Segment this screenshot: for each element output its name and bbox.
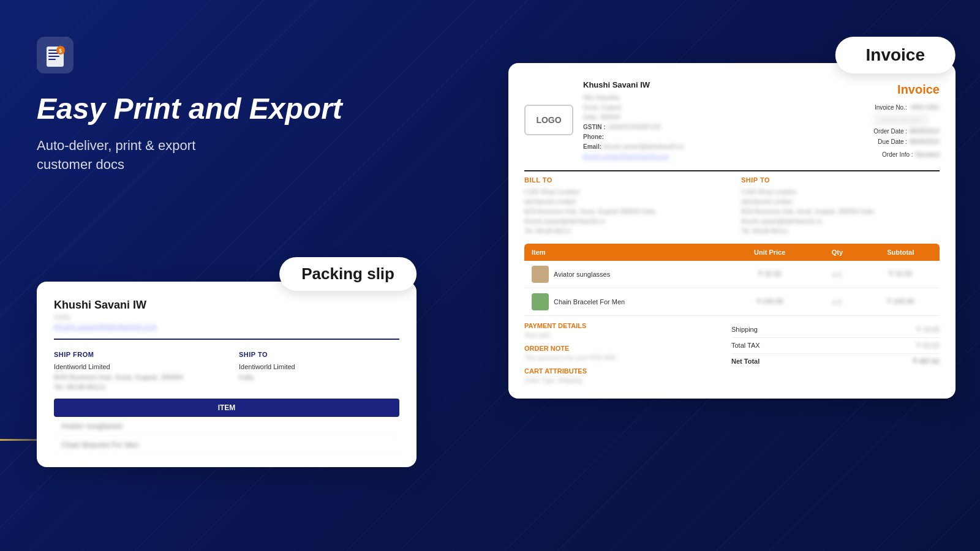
order-note-label: ORDER NOTE: [524, 345, 719, 352]
invoice-logo: LOGO: [524, 105, 573, 135]
item-2-thumb: [532, 293, 549, 310]
invoice-ship-to: SHIP TO C100 Shop Location Identiworld L…: [741, 176, 940, 236]
ps-divider-1: [54, 339, 399, 340]
order-note-value: This account is for your POS 40%: [524, 354, 719, 362]
invoice-header: LOGO Khushi Savani IW Nitu Vasudha Surat…: [524, 79, 940, 162]
ps-country: India: [54, 313, 399, 321]
ps-company-name: Khushi Savani IW: [54, 299, 399, 312]
invoice-totals: Shipping ₹ 19.00 Total TAX ₹ 93.62 Net T…: [731, 322, 940, 385]
invoice-items-table: Item Unit Price Qty Subtotal Aviator sun…: [524, 244, 940, 316]
col-item: Item: [524, 244, 726, 261]
total-tax-label: Total TAX: [731, 342, 760, 350]
net-total-row: Net Total ₹ 487.62: [731, 354, 940, 369]
total-tax-value: ₹ 93.62: [916, 342, 940, 350]
invoice-bill-ship: BILL TO C100 Shop Location Identiworld L…: [524, 176, 940, 236]
ps-ship-to-col: SHIP TO Identiworld Limited India: [239, 345, 399, 392]
shipping-label: Shipping: [731, 326, 758, 334]
invoice-company-name: Khushi Savani IW: [583, 79, 684, 92]
svg-rect-4: [48, 59, 56, 60]
col-subtotal: Subtotal: [862, 244, 940, 261]
net-total-label: Net Total: [731, 358, 760, 365]
invoice-bill-addr: C100 Shop Location Identiworld Limited B…: [524, 187, 723, 236]
invoice-meta: Invoice Invoice No.: #INV-1001 ||||| |||…: [873, 79, 940, 160]
ps-ship-row: SHIP FROM Identiworld Limited B/20 Busin…: [54, 345, 399, 392]
svg-rect-2: [48, 53, 58, 54]
packing-slip-header: Khushi Savani IW India khushi.savani@ide…: [54, 299, 399, 331]
ps-ship-from-col: SHIP FROM Identiworld Limited B/20 Busin…: [54, 345, 214, 392]
invoice-divider-1: [524, 170, 940, 171]
item-1-name: Aviator sunglasses: [524, 261, 726, 288]
app-icon: $: [37, 37, 74, 73]
main-title: Easy Print and Export: [37, 92, 392, 126]
col-unit-price: Unit Price: [726, 244, 813, 261]
ps-item-1: Aviator sunglasses: [54, 417, 399, 436]
invoice-notes: PAYMENT DETAILS Visa card ORDER NOTE Thi…: [524, 322, 719, 385]
svg-text:$: $: [59, 48, 62, 54]
cart-attributes-label: CART ATTRIBUTES: [524, 367, 719, 375]
total-tax-row: Total TAX ₹ 93.62: [731, 338, 940, 354]
invoice-bottom: PAYMENT DETAILS Visa card ORDER NOTE Thi…: [524, 322, 940, 385]
cart-attributes-value: Order Type: Shipping: [524, 377, 719, 385]
ps-ship-to-addr: Identiworld Limited India: [239, 362, 399, 382]
invoice-ship-addr: C100 Shop Location Identiworld Limited B…: [741, 187, 940, 236]
table-row: Aviator sunglasses ₹ 32.00 x 1 ₹ 32.00: [524, 261, 940, 288]
payment-details-value: Visa card: [524, 331, 719, 340]
ps-item-header: ITEM: [54, 399, 399, 417]
table-row: Chain Bracelet For Men ₹ 249.99 x 1 ₹ 24…: [524, 288, 940, 315]
packing-slip-pill: Packing slip: [279, 257, 417, 291]
ps-ship-from-label: SHIP FROM: [54, 351, 214, 358]
invoice-logo-area: LOGO Khushi Savani IW Nitu Vasudha Surat…: [524, 79, 684, 162]
shipping-value: ₹ 19.00: [916, 326, 940, 334]
svg-rect-3: [48, 56, 59, 57]
net-total-value: ₹ 487.62: [913, 358, 940, 365]
invoice-container: Invoice LOGO Khushi Savani IW Nitu Vasud…: [508, 37, 956, 399]
ps-ship-to-label: SHIP TO: [239, 351, 399, 358]
ps-item-2: Chain Bracelet For Men: [54, 436, 399, 455]
item-1-subtotal: ₹ 32.00: [862, 261, 940, 288]
item-1-thumb: [532, 266, 549, 283]
item-2-qty: x 1: [813, 288, 861, 315]
item-1-price: ₹ 32.00: [726, 261, 813, 288]
payment-details-label: PAYMENT DETAILS: [524, 322, 719, 329]
ps-email: khushi.savani@identiworld.com: [54, 323, 399, 331]
packing-slip-card: Khushi Savani IW India khushi.savani@ide…: [37, 282, 417, 467]
packing-slip-container: Packing slip Khushi Savani IW India khus…: [37, 257, 417, 467]
invoice-pill: Invoice: [835, 37, 956, 73]
invoice-bill-to: BILL TO C100 Shop Location Identiworld L…: [524, 176, 723, 236]
invoice-barcode: ||||| |||| ||||| |||||: [873, 114, 929, 126]
invoice-card: LOGO Khushi Savani IW Nitu Vasudha Surat…: [508, 63, 956, 399]
shipping-row: Shipping ₹ 19.00: [731, 322, 940, 338]
item-1-qty: x 1: [813, 261, 861, 288]
subtitle: Auto-deliver, print & export customer do…: [37, 137, 392, 174]
invoice-company-info: Khushi Savani IW Nitu Vasudha Surat, Guj…: [583, 79, 684, 162]
table-header-row: Item Unit Price Qty Subtotal: [524, 244, 940, 261]
item-2-price: ₹ 249.99: [726, 288, 813, 315]
invoice-number-row: Invoice No.: #INV-1001: [873, 102, 940, 113]
item-2-subtotal: ₹ 249.99: [862, 288, 940, 315]
left-panel: $ Easy Print and Export Auto-deliver, pr…: [37, 37, 392, 174]
col-qty: Qty: [813, 244, 861, 261]
ps-ship-from-addr: Identiworld Limited B/20 Business Hub, S…: [54, 362, 214, 392]
item-2-name: Chain Bracelet For Men: [524, 288, 726, 315]
